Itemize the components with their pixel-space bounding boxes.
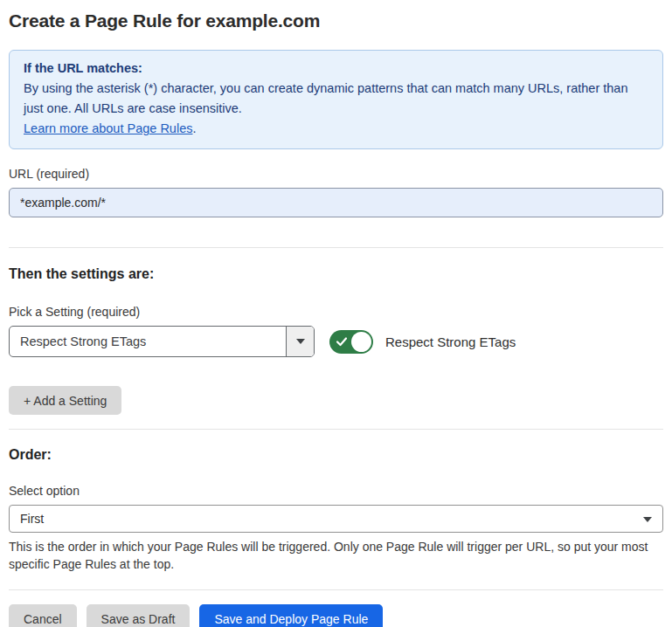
- order-select[interactable]: First: [9, 505, 663, 533]
- section-divider: [9, 247, 663, 248]
- dropdown-arrow-icon: [296, 339, 305, 344]
- setting-select[interactable]: Respect Strong ETags: [9, 326, 315, 357]
- toggle-knob: [351, 332, 371, 352]
- save-as-draft-button[interactable]: Save as Draft: [87, 604, 191, 627]
- save-and-deploy-button[interactable]: Save and Deploy Page Rule: [199, 604, 383, 627]
- order-help-text: This is the order in which your Page Rul…: [9, 538, 655, 573]
- setting-row: Respect Strong ETags Respect Strong ETag…: [9, 326, 663, 357]
- link-suffix: .: [192, 121, 196, 135]
- page-rule-form: Create a Page Rule for example.com If th…: [0, 0, 672, 627]
- order-select-value: First: [20, 512, 44, 526]
- add-setting-button[interactable]: + Add a Setting: [9, 386, 121, 415]
- setting-toggle-label: Respect Strong ETags: [385, 334, 516, 349]
- setting-toggle[interactable]: [329, 330, 373, 354]
- footer-divider: [9, 589, 663, 590]
- info-box-body: By using the asterisk (*) character, you…: [24, 79, 648, 119]
- cancel-button[interactable]: Cancel: [9, 604, 77, 627]
- setting-select-arrow-button[interactable]: [286, 327, 314, 356]
- setting-picker-label: Pick a Setting (required): [9, 305, 663, 319]
- page-title: Create a Page Rule for example.com: [9, 10, 663, 31]
- check-icon: [336, 335, 348, 348]
- url-field-label: URL (required): [9, 167, 663, 181]
- learn-more-link[interactable]: Learn more about Page Rules: [24, 121, 192, 135]
- url-match-info-box: If the URL matches: By using the asteris…: [9, 50, 663, 149]
- info-box-link-line: Learn more about Page Rules.: [24, 119, 648, 139]
- info-box-heading: If the URL matches:: [24, 59, 648, 79]
- section-divider: [9, 429, 663, 430]
- chevron-down-icon: [643, 517, 652, 522]
- setting-toggle-group: Respect Strong ETags: [329, 330, 516, 354]
- url-input[interactable]: [9, 188, 663, 217]
- settings-section-heading: Then the settings are:: [9, 266, 663, 282]
- footer-actions: Cancel Save as Draft Save and Deploy Pag…: [9, 604, 663, 627]
- order-section-heading: Order:: [9, 447, 663, 463]
- order-select-label: Select option: [9, 484, 663, 498]
- setting-select-value: Respect Strong ETags: [10, 327, 286, 356]
